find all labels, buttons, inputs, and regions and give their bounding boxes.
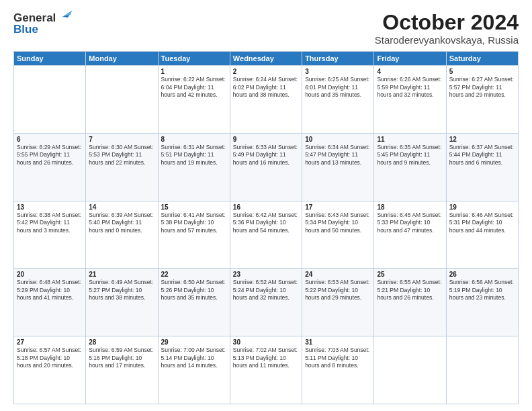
day-number: 22 (161, 271, 227, 278)
week-row-3: 13Sunrise: 6:38 AM Sunset: 5:42 PM Dayli… (14, 201, 519, 269)
day-detail: Sunrise: 6:25 AM Sunset: 6:01 PM Dayligh… (305, 76, 371, 99)
weekday-header-tuesday: Tuesday (158, 52, 230, 66)
day-cell: 18Sunrise: 6:45 AM Sunset: 5:33 PM Dayli… (374, 201, 446, 269)
day-detail: Sunrise: 6:50 AM Sunset: 5:26 PM Dayligh… (161, 279, 227, 302)
day-cell: 25Sunrise: 6:55 AM Sunset: 5:21 PM Dayli… (374, 269, 446, 336)
logo-blue: Blue (13, 23, 38, 36)
day-cell: 21Sunrise: 6:49 AM Sunset: 5:27 PM Dayli… (86, 269, 158, 336)
day-detail: Sunrise: 7:00 AM Sunset: 5:14 PM Dayligh… (161, 347, 227, 369)
day-cell: 22Sunrise: 6:50 AM Sunset: 5:26 PM Dayli… (158, 269, 230, 336)
day-cell: 15Sunrise: 6:41 AM Sunset: 5:38 PM Dayli… (158, 201, 230, 269)
day-number: 15 (161, 203, 227, 211)
day-number: 31 (305, 338, 371, 346)
day-number: 14 (89, 203, 154, 211)
day-cell (86, 66, 158, 134)
day-number: 18 (377, 203, 443, 211)
day-detail: Sunrise: 6:22 AM Sunset: 6:04 PM Dayligh… (161, 76, 227, 99)
title-block: October 2024 Staroderevyankovskaya, Russ… (375, 11, 519, 46)
day-number: 10 (305, 136, 371, 143)
day-detail: Sunrise: 6:27 AM Sunset: 5:57 PM Dayligh… (449, 76, 515, 99)
day-detail: Sunrise: 6:38 AM Sunset: 5:42 PM Dayligh… (17, 212, 83, 234)
day-detail: Sunrise: 6:49 AM Sunset: 5:27 PM Dayligh… (89, 279, 154, 302)
day-cell: 6Sunrise: 6:29 AM Sunset: 5:55 PM Daylig… (14, 133, 86, 201)
day-cell (14, 66, 86, 134)
day-cell: 20Sunrise: 6:48 AM Sunset: 5:29 PM Dayli… (14, 269, 86, 336)
weekday-header-row: SundayMondayTuesdayWednesdayThursdayFrid… (14, 52, 519, 66)
day-detail: Sunrise: 6:55 AM Sunset: 5:21 PM Dayligh… (377, 279, 443, 302)
day-detail: Sunrise: 6:34 AM Sunset: 5:47 PM Dayligh… (305, 144, 371, 167)
logo: General Blue (13, 11, 72, 36)
calendar-table: SundayMondayTuesdayWednesdayThursdayFrid… (13, 51, 519, 404)
day-number: 4 (377, 68, 443, 75)
day-number: 7 (89, 136, 154, 143)
day-cell: 27Sunrise: 6:57 AM Sunset: 5:18 PM Dayli… (14, 336, 86, 404)
day-detail: Sunrise: 6:26 AM Sunset: 5:59 PM Dayligh… (377, 76, 443, 99)
day-cell: 16Sunrise: 6:42 AM Sunset: 5:36 PM Dayli… (230, 201, 302, 269)
day-number: 8 (161, 136, 227, 143)
day-number: 16 (233, 203, 299, 211)
day-number: 27 (17, 338, 83, 346)
weekday-header-monday: Monday (86, 52, 158, 66)
day-cell: 31Sunrise: 7:03 AM Sunset: 5:11 PM Dayli… (302, 336, 374, 404)
location: Staroderevyankovskaya, Russia (375, 34, 519, 46)
day-number: 5 (449, 68, 515, 75)
day-number: 17 (305, 203, 371, 211)
page: General Blue October 2024 Staroderevyank… (0, 0, 532, 411)
day-cell: 14Sunrise: 6:39 AM Sunset: 5:40 PM Dayli… (86, 201, 158, 269)
weekday-header-sunday: Sunday (14, 52, 86, 66)
day-number: 13 (17, 203, 83, 211)
day-detail: Sunrise: 6:45 AM Sunset: 5:33 PM Dayligh… (377, 212, 443, 234)
day-cell: 23Sunrise: 6:52 AM Sunset: 5:24 PM Dayli… (230, 269, 302, 336)
day-detail: Sunrise: 6:41 AM Sunset: 5:38 PM Dayligh… (161, 212, 227, 234)
weekday-header-saturday: Saturday (446, 52, 518, 66)
header: General Blue October 2024 Staroderevyank… (13, 11, 519, 46)
day-cell: 24Sunrise: 6:53 AM Sunset: 5:22 PM Dayli… (302, 269, 374, 336)
day-number: 29 (161, 338, 227, 346)
day-cell: 13Sunrise: 6:38 AM Sunset: 5:42 PM Dayli… (14, 201, 86, 269)
day-detail: Sunrise: 6:43 AM Sunset: 5:34 PM Dayligh… (305, 212, 371, 234)
day-number: 12 (449, 136, 515, 143)
day-cell: 9Sunrise: 6:33 AM Sunset: 5:49 PM Daylig… (230, 133, 302, 201)
day-detail: Sunrise: 6:29 AM Sunset: 5:55 PM Dayligh… (17, 144, 83, 167)
week-row-2: 6Sunrise: 6:29 AM Sunset: 5:55 PM Daylig… (14, 133, 519, 201)
day-cell: 3Sunrise: 6:25 AM Sunset: 6:01 PM Daylig… (302, 66, 374, 134)
day-cell: 26Sunrise: 6:56 AM Sunset: 5:19 PM Dayli… (446, 269, 518, 336)
day-detail: Sunrise: 7:02 AM Sunset: 5:13 PM Dayligh… (233, 347, 299, 369)
day-number: 28 (89, 338, 154, 346)
day-cell: 28Sunrise: 6:59 AM Sunset: 5:16 PM Dayli… (86, 336, 158, 404)
day-number: 6 (17, 136, 83, 143)
weekday-header-thursday: Thursday (302, 52, 374, 66)
day-detail: Sunrise: 6:39 AM Sunset: 5:40 PM Dayligh… (89, 212, 154, 234)
day-cell: 11Sunrise: 6:35 AM Sunset: 5:45 PM Dayli… (374, 133, 446, 201)
week-row-5: 27Sunrise: 6:57 AM Sunset: 5:18 PM Dayli… (14, 336, 519, 404)
day-detail: Sunrise: 6:42 AM Sunset: 5:36 PM Dayligh… (233, 212, 299, 234)
month-title: October 2024 (375, 11, 519, 34)
day-number: 1 (161, 68, 227, 75)
weekday-header-friday: Friday (374, 52, 446, 66)
day-cell: 5Sunrise: 6:27 AM Sunset: 5:57 PM Daylig… (446, 66, 518, 134)
day-detail: Sunrise: 6:52 AM Sunset: 5:24 PM Dayligh… (233, 279, 299, 302)
day-detail: Sunrise: 6:48 AM Sunset: 5:29 PM Dayligh… (17, 279, 83, 302)
day-cell: 4Sunrise: 6:26 AM Sunset: 5:59 PM Daylig… (374, 66, 446, 134)
day-detail: Sunrise: 6:33 AM Sunset: 5:49 PM Dayligh… (233, 144, 299, 167)
weekday-header-wednesday: Wednesday (230, 52, 302, 66)
day-cell: 2Sunrise: 6:24 AM Sunset: 6:02 PM Daylig… (230, 66, 302, 134)
day-cell: 7Sunrise: 6:30 AM Sunset: 5:53 PM Daylig… (86, 133, 158, 201)
day-detail: Sunrise: 7:03 AM Sunset: 5:11 PM Dayligh… (305, 347, 371, 369)
logo-bird-icon (57, 11, 72, 23)
day-detail: Sunrise: 6:46 AM Sunset: 5:31 PM Dayligh… (449, 212, 515, 234)
day-number: 21 (89, 271, 154, 278)
day-detail: Sunrise: 6:57 AM Sunset: 5:18 PM Dayligh… (17, 347, 83, 369)
day-detail: Sunrise: 6:37 AM Sunset: 5:44 PM Dayligh… (449, 144, 515, 167)
day-cell: 8Sunrise: 6:31 AM Sunset: 5:51 PM Daylig… (158, 133, 230, 201)
day-detail: Sunrise: 6:59 AM Sunset: 5:16 PM Dayligh… (89, 347, 154, 369)
day-number: 30 (233, 338, 299, 346)
day-cell (374, 336, 446, 404)
week-row-1: 1Sunrise: 6:22 AM Sunset: 6:04 PM Daylig… (14, 66, 519, 134)
day-cell: 10Sunrise: 6:34 AM Sunset: 5:47 PM Dayli… (302, 133, 374, 201)
day-detail: Sunrise: 6:30 AM Sunset: 5:53 PM Dayligh… (89, 144, 154, 167)
day-cell: 12Sunrise: 6:37 AM Sunset: 5:44 PM Dayli… (446, 133, 518, 201)
day-number: 25 (377, 271, 443, 278)
day-number: 2 (233, 68, 299, 75)
day-number: 26 (449, 271, 515, 278)
